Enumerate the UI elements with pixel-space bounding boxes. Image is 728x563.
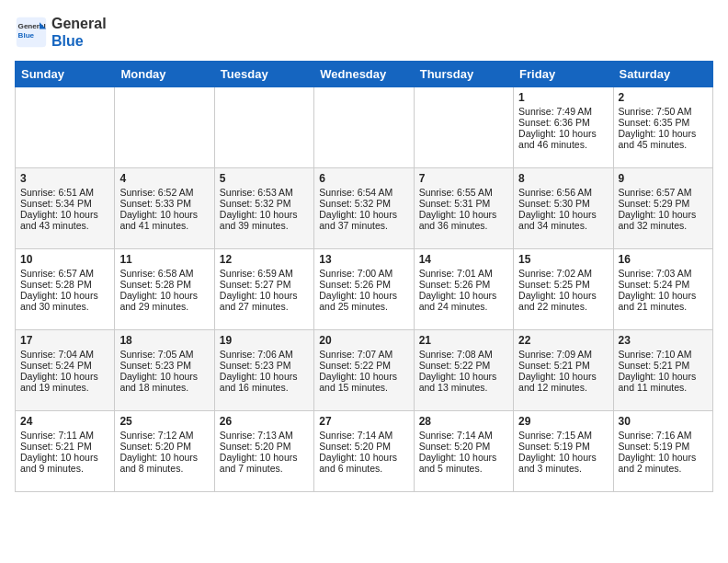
day-info: Sunset: 5:30 PM — [518, 198, 608, 209]
calendar-cell: 16Sunrise: 7:03 AMSunset: 5:24 PMDayligh… — [613, 249, 712, 330]
day-info: Sunrise: 7:50 AM — [619, 106, 708, 117]
day-info: Sunset: 5:22 PM — [419, 360, 508, 371]
col-header-thursday: Thursday — [414, 62, 513, 87]
day-info: Sunrise: 7:12 AM — [119, 430, 209, 441]
day-info: Sunrise: 6:57 AM — [20, 268, 109, 279]
day-info: Sunrise: 7:04 AM — [20, 349, 109, 360]
calendar-cell: 19Sunrise: 7:06 AMSunset: 5:23 PMDayligh… — [214, 330, 313, 411]
calendar-cell — [115, 87, 214, 168]
calendar-cell: 28Sunrise: 7:14 AMSunset: 5:20 PMDayligh… — [414, 411, 513, 492]
day-number: 16 — [619, 253, 708, 266]
day-info: Sunset: 5:28 PM — [119, 279, 209, 290]
day-number: 2 — [619, 91, 708, 104]
day-info: Sunset: 5:23 PM — [220, 360, 309, 371]
calendar-cell: 26Sunrise: 7:13 AMSunset: 5:20 PMDayligh… — [214, 411, 313, 492]
calendar-cell: 9Sunrise: 6:57 AMSunset: 5:29 PMDaylight… — [613, 168, 712, 249]
calendar-cell: 12Sunrise: 6:59 AMSunset: 5:27 PMDayligh… — [214, 249, 313, 330]
day-info: Sunset: 5:26 PM — [319, 279, 408, 290]
day-info: Daylight: 10 hours and 25 minutes. — [319, 290, 408, 312]
day-info: Sunset: 5:24 PM — [20, 360, 109, 371]
day-number: 7 — [419, 172, 508, 185]
day-info: Daylight: 10 hours and 22 minutes. — [518, 290, 608, 312]
day-info: Daylight: 10 hours and 15 minutes. — [319, 371, 408, 393]
day-info: Daylight: 10 hours and 45 minutes. — [619, 128, 708, 150]
day-info: Sunrise: 6:55 AM — [419, 187, 508, 198]
day-info: Daylight: 10 hours and 3 minutes. — [518, 452, 608, 474]
day-info: Sunset: 5:21 PM — [20, 441, 109, 452]
calendar-cell: 14Sunrise: 7:01 AMSunset: 5:26 PMDayligh… — [414, 249, 513, 330]
calendar-cell: 6Sunrise: 6:54 AMSunset: 5:32 PMDaylight… — [314, 168, 414, 249]
calendar-cell: 17Sunrise: 7:04 AMSunset: 5:24 PMDayligh… — [16, 330, 115, 411]
day-info: Daylight: 10 hours and 19 minutes. — [20, 371, 109, 393]
day-number: 15 — [518, 253, 608, 266]
day-number: 30 — [619, 415, 708, 428]
day-number: 25 — [119, 415, 209, 428]
calendar-cell: 4Sunrise: 6:52 AMSunset: 5:33 PMDaylight… — [115, 168, 214, 249]
day-info: Sunset: 5:32 PM — [220, 198, 309, 209]
day-info: Sunrise: 7:16 AM — [619, 430, 708, 441]
day-number: 1 — [518, 91, 608, 104]
day-number: 21 — [419, 334, 508, 347]
calendar-cell: 8Sunrise: 6:56 AMSunset: 5:30 PMDaylight… — [514, 168, 613, 249]
day-info: Daylight: 10 hours and 6 minutes. — [319, 452, 408, 474]
day-info: Sunrise: 6:51 AM — [20, 187, 109, 198]
day-info: Daylight: 10 hours and 32 minutes. — [619, 209, 708, 231]
day-info: Sunrise: 6:53 AM — [220, 187, 309, 198]
day-info: Sunrise: 7:15 AM — [518, 430, 608, 441]
day-info: Sunset: 5:19 PM — [518, 441, 608, 452]
day-info: Sunset: 5:27 PM — [220, 279, 309, 290]
day-info: Sunset: 5:33 PM — [119, 198, 209, 209]
day-info: Sunrise: 7:00 AM — [319, 268, 408, 279]
day-info: Sunset: 5:34 PM — [20, 198, 109, 209]
day-info: Sunset: 5:29 PM — [619, 198, 708, 209]
day-info: Sunrise: 7:03 AM — [619, 268, 708, 279]
day-number: 4 — [119, 172, 209, 185]
logo: General Blue GeneralBlue — [15, 15, 107, 50]
day-info: Sunset: 5:25 PM — [518, 279, 608, 290]
calendar-cell: 10Sunrise: 6:57 AMSunset: 5:28 PMDayligh… — [16, 249, 115, 330]
svg-text:Blue: Blue — [18, 31, 35, 40]
day-info: Sunrise: 7:02 AM — [518, 268, 608, 279]
day-info: Daylight: 10 hours and 16 minutes. — [220, 371, 309, 393]
day-info: Sunrise: 6:56 AM — [518, 187, 608, 198]
day-info: Sunset: 5:22 PM — [319, 360, 408, 371]
day-info: Sunset: 6:36 PM — [518, 117, 608, 128]
day-info: Daylight: 10 hours and 9 minutes. — [20, 452, 109, 474]
logo-text: GeneralBlue — [51, 15, 107, 50]
calendar-cell: 21Sunrise: 7:08 AMSunset: 5:22 PMDayligh… — [414, 330, 513, 411]
day-info: Sunset: 5:31 PM — [419, 198, 508, 209]
day-info: Daylight: 10 hours and 7 minutes. — [220, 452, 309, 474]
calendar-cell — [214, 87, 313, 168]
day-info: Sunrise: 7:49 AM — [518, 106, 608, 117]
calendar-table: SundayMondayTuesdayWednesdayThursdayFrid… — [15, 61, 713, 492]
col-header-tuesday: Tuesday — [214, 62, 313, 87]
calendar-cell: 7Sunrise: 6:55 AMSunset: 5:31 PMDaylight… — [414, 168, 513, 249]
day-info: Daylight: 10 hours and 27 minutes. — [220, 290, 309, 312]
day-info: Sunset: 5:20 PM — [119, 441, 209, 452]
day-info: Sunrise: 6:59 AM — [220, 268, 309, 279]
day-number: 13 — [319, 253, 408, 266]
calendar-cell: 24Sunrise: 7:11 AMSunset: 5:21 PMDayligh… — [16, 411, 115, 492]
day-info: Daylight: 10 hours and 18 minutes. — [119, 371, 209, 393]
day-info: Sunrise: 7:11 AM — [20, 430, 109, 441]
day-info: Sunrise: 7:14 AM — [319, 430, 408, 441]
day-info: Sunrise: 7:10 AM — [619, 349, 708, 360]
col-header-monday: Monday — [115, 62, 214, 87]
day-info: Sunset: 5:19 PM — [619, 441, 708, 452]
day-number: 26 — [220, 415, 309, 428]
calendar-cell — [314, 87, 414, 168]
day-info: Sunset: 5:20 PM — [419, 441, 508, 452]
calendar-cell: 2Sunrise: 7:50 AMSunset: 6:35 PMDaylight… — [613, 87, 712, 168]
day-number: 24 — [20, 415, 109, 428]
day-info: Daylight: 10 hours and 21 minutes. — [619, 290, 708, 312]
week-row-3: 10Sunrise: 6:57 AMSunset: 5:28 PMDayligh… — [16, 249, 713, 330]
week-row-1: 1Sunrise: 7:49 AMSunset: 6:36 PMDaylight… — [16, 87, 713, 168]
header-row: SundayMondayTuesdayWednesdayThursdayFrid… — [16, 62, 713, 87]
day-info: Daylight: 10 hours and 39 minutes. — [220, 209, 309, 231]
calendar-cell: 11Sunrise: 6:58 AMSunset: 5:28 PMDayligh… — [115, 249, 214, 330]
day-info: Sunset: 5:23 PM — [119, 360, 209, 371]
calendar-cell: 20Sunrise: 7:07 AMSunset: 5:22 PMDayligh… — [314, 330, 414, 411]
calendar-cell: 27Sunrise: 7:14 AMSunset: 5:20 PMDayligh… — [314, 411, 414, 492]
day-number: 12 — [220, 253, 309, 266]
day-info: Sunrise: 7:14 AM — [419, 430, 508, 441]
